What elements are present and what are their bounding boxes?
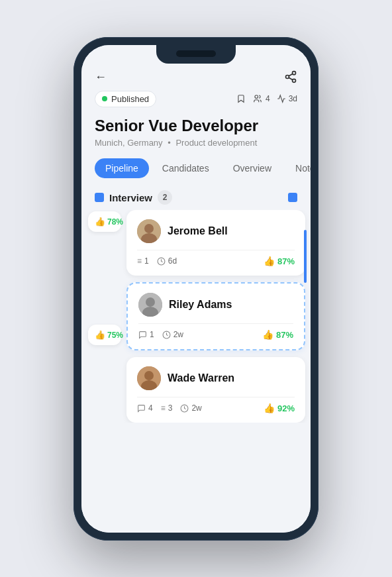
- thumb-icon-jerome: 👍: [264, 256, 275, 266]
- status-label: Published: [111, 94, 149, 104]
- stat-messages-wade: 4: [137, 403, 153, 413]
- status-actions: 4 3d: [236, 93, 297, 104]
- messages-value-riley: 1: [150, 330, 154, 339]
- message-icon-riley: [138, 331, 147, 339]
- time-value-wade: 2w: [191, 403, 201, 413]
- stat-time-jerome: 6d: [157, 256, 177, 266]
- match-score-riley: 👍 87%: [262, 329, 293, 340]
- candidate-card-jerome[interactable]: Jerome Bell ≡ 1 6d: [126, 210, 305, 276]
- activity-icon: [277, 94, 286, 103]
- candidate-card-wade[interactable]: Wade Warren 4 ≡ 3: [126, 357, 305, 423]
- match-value-riley: 87%: [276, 330, 293, 340]
- card-header-jerome: Jerome Bell: [137, 219, 295, 243]
- clock-icon-jerome: [157, 257, 166, 266]
- svg-point-11: [146, 297, 155, 307]
- phone-notch-inner: [176, 50, 216, 57]
- tab-candidates[interactable]: Candidates: [152, 158, 220, 178]
- candidate-name-riley: Riley Adams: [169, 299, 232, 311]
- section-color-indicator: [95, 193, 104, 202]
- thumb-icon-wade: 👍: [264, 403, 275, 413]
- match-value-jerome: 87%: [277, 256, 295, 266]
- clock-icon-wade: [180, 404, 189, 413]
- job-meta: Munich, Germany • Product development: [95, 138, 297, 148]
- bookmark-chip[interactable]: [236, 93, 246, 104]
- svg-point-5: [255, 95, 258, 99]
- tasks-icon-wade: ≡: [161, 403, 166, 413]
- stat-time-riley: 2w: [162, 330, 183, 339]
- avatar-jerome: [137, 219, 161, 243]
- tab-pipeline[interactable]: Pipeline: [95, 158, 149, 178]
- tab-overview[interactable]: Overview: [222, 158, 282, 178]
- match-score-jerome: 👍 87%: [264, 256, 295, 266]
- scroll-indicator: [304, 230, 307, 283]
- phone-notch: [156, 45, 236, 64]
- stat-tasks-jerome: ≡ 1: [137, 256, 149, 266]
- job-title: Senior Vue Developer: [95, 117, 297, 136]
- days-label: 3d: [289, 94, 297, 103]
- header-bar: ←: [81, 65, 311, 88]
- svg-line-3: [289, 78, 293, 79]
- tasks-icon-jerome: ≡: [137, 256, 142, 266]
- avatar-riley: [138, 293, 162, 317]
- time-value-jerome: 6d: [168, 256, 177, 266]
- tabs-row: Pipeline Candidates Overview Notes: [81, 154, 311, 182]
- count-badge: 2: [158, 190, 172, 205]
- time-value-riley: 2w: [173, 330, 183, 339]
- messages-value-wade: 4: [148, 403, 153, 413]
- tasks-value-jerome: 1: [144, 256, 149, 266]
- share-icon[interactable]: [284, 70, 297, 83]
- stat-time-wade: 2w: [180, 403, 201, 413]
- peek-thumb-icon: 👍: [95, 217, 105, 227]
- job-department: Product development: [175, 138, 257, 148]
- card-header-wade: Wade Warren: [137, 366, 295, 390]
- tab-notes[interactable]: Notes: [285, 158, 311, 178]
- divider-wade: [137, 397, 295, 397]
- job-location: Munich, Germany: [95, 138, 163, 148]
- candidate-name-wade: Wade Warren: [168, 372, 234, 384]
- candidate-card-riley[interactable]: Riley Adams 1 2w: [126, 282, 305, 350]
- screen-content: ← Published 4: [81, 45, 311, 533]
- avatar-wade: [137, 366, 161, 390]
- section-title: Interview: [109, 192, 152, 203]
- team-icon: [252, 94, 263, 103]
- peek-card-2: 👍 75%: [88, 325, 121, 345]
- card-stats-wade: 4 ≡ 3 2w: [137, 403, 295, 413]
- team-chip[interactable]: 4: [252, 94, 270, 103]
- days-chip[interactable]: 3d: [277, 94, 297, 103]
- thumb-icon-riley: 👍: [262, 329, 273, 340]
- match-value-wade: 92%: [277, 403, 295, 413]
- divider-jerome: [137, 250, 295, 250]
- svg-point-15: [144, 371, 154, 380]
- section-header: Interview 2: [81, 187, 311, 210]
- main-cards-column: Jerome Bell ≡ 1 6d: [121, 210, 311, 423]
- peek-card-1: 👍 78%: [88, 211, 121, 232]
- card-stats-jerome: ≡ 1 6d 👍 87%: [137, 256, 295, 266]
- peek-thumb-icon-2: 👍: [95, 330, 105, 340]
- team-count: 4: [266, 94, 270, 103]
- card-header-riley: Riley Adams: [138, 293, 293, 317]
- status-row: Published 4 3d: [81, 88, 311, 113]
- bookmark-icon: [236, 93, 246, 104]
- tasks-value-wade: 3: [168, 403, 173, 413]
- divider-riley: [138, 323, 293, 324]
- phone-frame: ← Published 4: [74, 37, 318, 541]
- phone-screen: ← Published 4: [81, 45, 311, 533]
- section-right-indicator: [288, 193, 297, 202]
- peek-column: 👍 78% 👍 75%: [88, 210, 121, 423]
- candidate-name-jerome: Jerome Bell: [168, 225, 228, 237]
- pipeline-section: Interview 2 👍 78% 👍: [81, 182, 311, 504]
- clock-icon-riley: [162, 331, 171, 339]
- card-stats-riley: 1 2w 👍 87%: [138, 329, 293, 340]
- stat-messages-riley: 1: [138, 330, 154, 339]
- svg-point-7: [144, 224, 154, 233]
- stat-tasks-wade: ≡ 3: [161, 403, 173, 413]
- status-badge[interactable]: Published: [95, 91, 156, 107]
- status-dot: [102, 96, 107, 101]
- match-score-wade: 👍 92%: [264, 403, 295, 413]
- job-title-section: Senior Vue Developer Munich, Germany • P…: [81, 113, 311, 155]
- svg-line-4: [289, 74, 293, 76]
- back-button[interactable]: ←: [95, 70, 107, 84]
- message-icon-wade: [137, 404, 146, 413]
